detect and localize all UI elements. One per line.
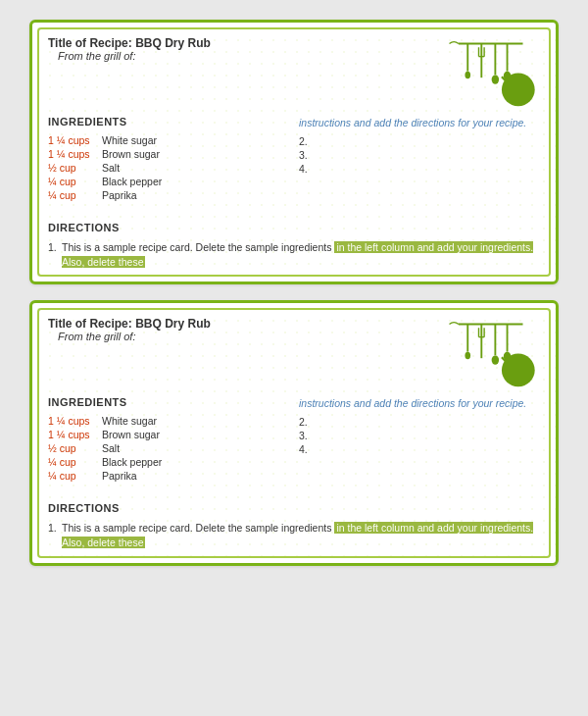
table-row: 1 ¼ cups White sugar: [48, 414, 289, 428]
table-row: ¼ cup Paprika: [48, 469, 289, 483]
directions-section-2: DIRECTIONS 1. This is a sample recipe ca…: [48, 502, 540, 550]
right-column-1: instructions and add the directions for …: [299, 116, 540, 202]
directions-title-1: DIRECTIONS: [48, 222, 540, 233]
amount-cell: ¼ cup: [48, 175, 102, 188]
amount-cell: ¼ cup: [48, 469, 102, 483]
ingredients-title-1: INGREDIENTS: [48, 116, 289, 128]
ingredient-cell: Black pepper: [102, 455, 289, 469]
ingredients-table-2: 1 ¼ cups White sugar 1 ¼ cups Brown suga…: [48, 414, 289, 483]
from-grill-2: From the grill of:: [48, 331, 211, 342]
directions-title-2: DIRECTIONS: [48, 502, 540, 514]
ingredient-cell: Paprika: [102, 188, 289, 202]
direction-text: This is a sample recipe card. Delete the…: [62, 522, 533, 548]
from-grill-1: From the grill of:: [48, 50, 211, 62]
table-row: 1 ¼ cups Brown sugar: [48, 147, 289, 161]
amount-cell: 1 ¼ cups: [48, 414, 102, 428]
list-item: 1. This is a sample recipe card. Delete …: [48, 520, 540, 550]
table-row: 1 ¼ cups White sugar: [48, 133, 289, 147]
table-row: ¼ cup Paprika: [48, 188, 289, 202]
svg-point-24: [502, 354, 535, 387]
amount-cell: 1 ¼ cups: [48, 428, 102, 441]
directions-section-1: DIRECTIONS 1. This is a sample recipe ca…: [48, 222, 540, 270]
ingredient-cell: Salt: [102, 441, 289, 455]
list-item: 3.: [299, 429, 540, 442]
instructions-text-1: instructions and add the directions for …: [299, 116, 540, 130]
table-row: ¼ cup Black pepper: [48, 175, 289, 188]
table-row: ½ cup Salt: [48, 161, 289, 175]
ingredient-cell: Brown sugar: [102, 428, 289, 441]
ingredients-table-1: 1 ¼ cups White sugar 1 ¼ cups Brown suga…: [48, 133, 289, 202]
ingredient-cell: Brown sugar: [102, 147, 289, 161]
list-item: 1. This is a sample recipe card. Delete …: [48, 239, 540, 270]
highlighted-text: in the left column and add your ingredie…: [62, 241, 533, 268]
ingredient-cell: White sugar: [102, 133, 289, 147]
recipe-card-2: Title of Recipe: BBQ Dry Rub From the gr…: [29, 300, 559, 565]
directions-list-1: 1. This is a sample recipe card. Delete …: [48, 239, 540, 270]
card-body-1: INGREDIENTS 1 ¼ cups White sugar 1 ¼ cup…: [48, 116, 540, 202]
amount-cell: ½ cup: [48, 441, 102, 455]
list-number: 1.: [48, 240, 57, 255]
direction-text: This is a sample recipe card. Delete the…: [62, 241, 533, 268]
table-row: ½ cup Salt: [48, 441, 289, 455]
recipe-card-1: Title of Recipe: BBQ Dry Rub From the gr…: [29, 20, 559, 284]
ingredients-title-2: INGREDIENTS: [48, 396, 289, 408]
ingredient-cell: White sugar: [102, 414, 289, 428]
directions-list-2: 1. This is a sample recipe card. Delete …: [48, 520, 540, 550]
table-row: ¼ cup Black pepper: [48, 455, 289, 469]
left-column-2: INGREDIENTS 1 ¼ cups White sugar 1 ¼ cup…: [48, 396, 289, 483]
svg-point-11: [502, 74, 535, 107]
list-item: 4.: [299, 162, 540, 176]
right-column-2: instructions and add the directions for …: [299, 396, 540, 483]
amount-cell: ½ cup: [48, 161, 102, 175]
table-row: 1 ¼ cups Brown sugar: [48, 428, 289, 441]
list-item: 2.: [299, 415, 540, 429]
list-item: 3.: [299, 148, 540, 162]
utensils-icon-2: [432, 317, 540, 390]
utensils-icon-1: [432, 36, 540, 110]
left-column-1: INGREDIENTS 1 ¼ cups White sugar 1 ¼ cup…: [48, 116, 289, 202]
instructions-text-2: instructions and add the directions for …: [299, 396, 540, 411]
list-number: 1.: [48, 521, 57, 536]
svg-point-2: [465, 72, 470, 79]
ingredient-cell: Paprika: [102, 469, 289, 483]
amount-cell: 1 ¼ cups: [48, 147, 102, 161]
svg-point-15: [465, 352, 470, 360]
card-header-2: Title of Recipe: BBQ Dry Rub From the gr…: [48, 317, 540, 390]
card-header-1: Title of Recipe: BBQ Dry Rub From the gr…: [48, 36, 540, 110]
card-title-1: Title of Recipe: BBQ Dry Rub: [48, 36, 211, 50]
svg-point-8: [492, 75, 500, 83]
list-item: 4.: [299, 442, 540, 456]
ingredient-cell: Salt: [102, 161, 289, 175]
ingredient-cell: Black pepper: [102, 175, 289, 188]
card-title-2: Title of Recipe: BBQ Dry Rub: [48, 317, 211, 331]
highlighted-text: in the left column and add your ingredie…: [62, 522, 533, 548]
svg-point-21: [492, 356, 500, 365]
amount-cell: 1 ¼ cups: [48, 133, 102, 147]
card-body-2: INGREDIENTS 1 ¼ cups White sugar 1 ¼ cup…: [48, 396, 540, 483]
amount-cell: ¼ cup: [48, 188, 102, 202]
amount-cell: ¼ cup: [48, 455, 102, 469]
list-item: 2.: [299, 134, 540, 148]
